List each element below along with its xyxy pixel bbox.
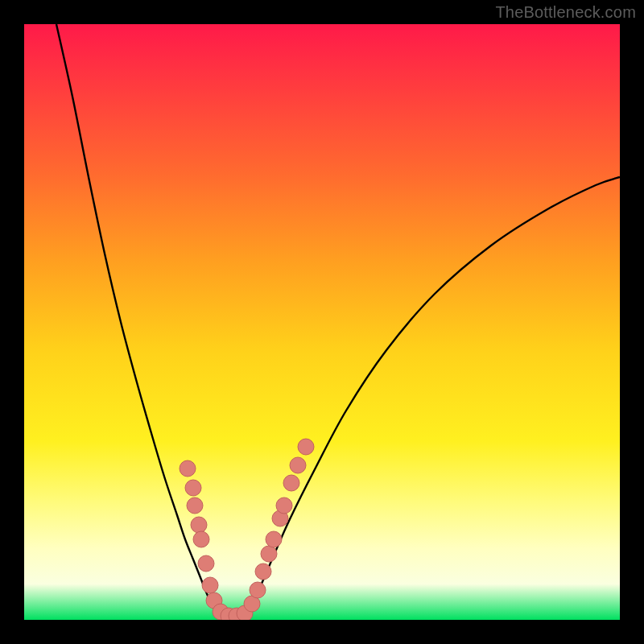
scatter-dot [202,577,218,593]
scatter-dot [266,531,282,547]
scatter-dot [290,457,306,473]
scatter-dot [276,497,292,514]
scatter-dot [191,517,207,533]
scatter-dot [250,582,266,598]
scatter-dot [261,546,277,562]
bottleneck-chart [24,24,620,620]
scatter-dot [193,531,209,547]
scatter-dot [187,497,203,514]
scatter-dot [180,460,196,477]
scatter-dot [198,555,214,572]
scatter-dot [283,475,299,491]
scatter-dot [185,480,201,496]
scatter-dot [298,439,314,455]
chart-area [24,24,620,620]
scatter-dots [180,439,314,620]
curve-path [56,24,620,618]
watermark-text: TheBottleneck.com [495,3,636,22]
scatter-dot [255,564,271,580]
